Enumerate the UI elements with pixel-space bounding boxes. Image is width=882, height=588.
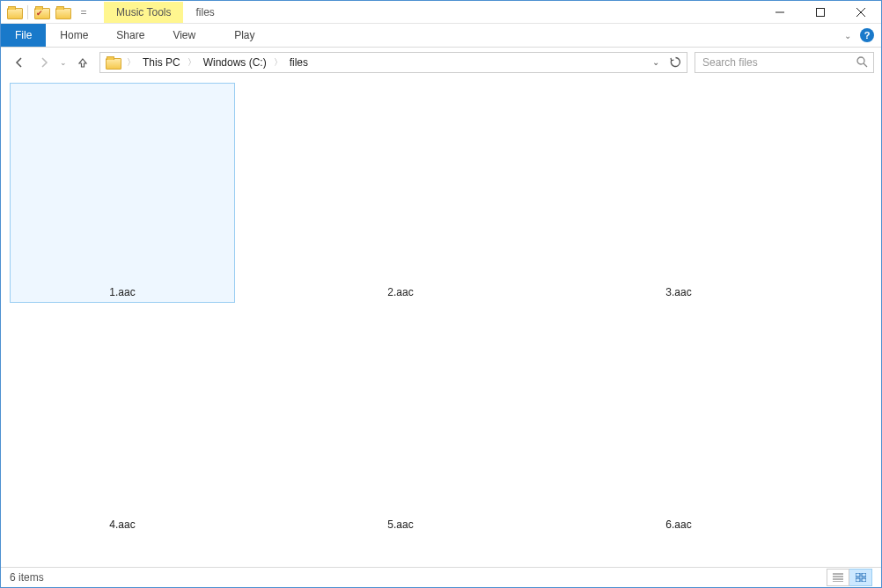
file-item[interactable]: 5.aac xyxy=(288,315,513,535)
svg-point-11 xyxy=(48,110,196,258)
title-bar: ✔ = Music Tools files xyxy=(1,1,881,24)
svg-point-19 xyxy=(605,110,753,258)
ribbon-tabs: File Home Share View Play ⌄ ? xyxy=(1,24,881,48)
itunes-icon xyxy=(582,87,775,281)
file-name-label[interactable]: 2.aac xyxy=(387,286,413,298)
svg-point-23 xyxy=(48,342,196,490)
close-button[interactable] xyxy=(841,1,881,23)
svg-point-12 xyxy=(69,195,110,231)
tab-share[interactable]: Share xyxy=(102,24,158,47)
svg-point-27 xyxy=(327,342,474,490)
file-tab[interactable]: File xyxy=(1,24,46,47)
svg-rect-5 xyxy=(817,8,825,16)
svg-rect-38 xyxy=(856,573,860,577)
file-name-label[interactable]: 3.aac xyxy=(665,286,691,298)
svg-point-32 xyxy=(625,427,666,463)
ribbon-expand-icon[interactable]: ⌄ xyxy=(844,31,851,40)
svg-point-22 xyxy=(40,334,205,499)
file-item[interactable]: 4.aac xyxy=(10,315,235,535)
chevron-right-icon[interactable]: 〉 xyxy=(125,56,137,69)
maximize-button[interactable] xyxy=(800,1,841,23)
svg-point-14 xyxy=(318,101,483,267)
svg-point-21 xyxy=(667,184,709,220)
file-item[interactable]: 6.aac xyxy=(566,315,791,535)
window-controls xyxy=(760,1,881,23)
nav-recent-dropdown-icon[interactable]: ⌄ xyxy=(57,51,70,74)
svg-point-8 xyxy=(857,57,864,64)
address-folder-icon xyxy=(106,56,120,69)
search-icon xyxy=(856,56,868,68)
svg-line-9 xyxy=(864,63,867,67)
svg-point-29 xyxy=(389,416,430,452)
tab-play[interactable]: Play xyxy=(220,24,268,47)
window-title: files xyxy=(195,1,214,23)
itunes-icon xyxy=(26,320,219,513)
svg-point-13 xyxy=(111,184,152,220)
svg-point-24 xyxy=(69,427,110,463)
view-mode-toggle xyxy=(827,569,872,586)
contextual-tab-label: Music Tools xyxy=(104,2,183,23)
qat-new-folder-button[interactable] xyxy=(53,3,72,22)
chevron-right-icon[interactable]: 〉 xyxy=(272,56,284,69)
address-dropdown-icon[interactable]: ⌄ xyxy=(646,53,665,72)
contextual-tab-header: Music Tools xyxy=(104,1,183,23)
svg-point-25 xyxy=(111,416,152,452)
view-details-button[interactable] xyxy=(827,569,849,586)
status-item-count: 6 items xyxy=(10,571,44,584)
svg-point-33 xyxy=(667,416,709,452)
svg-rect-41 xyxy=(862,578,866,582)
qat-customize-icon[interactable]: = xyxy=(74,3,93,22)
quick-access-toolbar: ✔ = xyxy=(1,1,97,23)
file-list-pane[interactable]: 1.aac 2.aac xyxy=(1,77,881,567)
tab-view[interactable]: View xyxy=(158,24,209,47)
itunes-icon xyxy=(304,87,497,281)
search-input[interactable] xyxy=(701,55,856,70)
file-name-label[interactable]: 6.aac xyxy=(665,518,691,531)
svg-point-18 xyxy=(596,101,761,267)
svg-point-26 xyxy=(318,334,483,499)
svg-rect-40 xyxy=(856,578,860,582)
svg-rect-39 xyxy=(862,573,866,577)
address-bar[interactable]: 〉 This PC 〉 Windows (C:) 〉 files ⌄ xyxy=(99,52,687,73)
itunes-icon xyxy=(26,87,219,281)
svg-point-28 xyxy=(347,427,388,463)
navigation-bar: ⌄ 〉 This PC 〉 Windows (C:) 〉 files ⌄ xyxy=(1,48,881,77)
file-name-label[interactable]: 5.aac xyxy=(387,518,413,531)
tab-home[interactable]: Home xyxy=(46,24,102,47)
nav-forward-button[interactable] xyxy=(33,51,55,74)
svg-point-30 xyxy=(596,334,761,499)
qat-properties-button[interactable]: ✔ xyxy=(32,3,51,22)
svg-point-20 xyxy=(625,195,666,231)
svg-point-10 xyxy=(40,101,205,267)
breadcrumb-segment[interactable]: This PC xyxy=(137,53,186,72)
help-icon[interactable]: ? xyxy=(860,28,874,42)
search-box[interactable] xyxy=(695,52,874,73)
svg-point-31 xyxy=(605,342,753,490)
file-name-label[interactable]: 1.aac xyxy=(109,286,135,298)
qat-folder-icon[interactable] xyxy=(4,3,24,22)
refresh-button[interactable] xyxy=(665,53,685,72)
chevron-right-icon[interactable]: 〉 xyxy=(186,56,198,69)
breadcrumb-segment[interactable]: files xyxy=(284,53,313,72)
view-icons-button[interactable] xyxy=(849,569,872,586)
file-item[interactable]: 3.aac xyxy=(566,83,791,303)
minimize-button[interactable] xyxy=(760,1,800,23)
svg-point-16 xyxy=(347,195,388,231)
file-name-label[interactable]: 4.aac xyxy=(109,518,135,531)
nav-up-button[interactable] xyxy=(71,51,94,74)
svg-point-17 xyxy=(389,184,430,220)
file-item[interactable]: 1.aac xyxy=(10,83,235,303)
breadcrumb-segment[interactable]: Windows (C:) xyxy=(198,53,272,72)
status-bar: 6 items xyxy=(1,567,881,587)
file-item[interactable]: 2.aac xyxy=(288,83,513,303)
itunes-icon xyxy=(304,320,497,513)
svg-point-15 xyxy=(327,110,474,258)
nav-back-button[interactable] xyxy=(8,51,31,74)
itunes-icon xyxy=(582,320,775,513)
